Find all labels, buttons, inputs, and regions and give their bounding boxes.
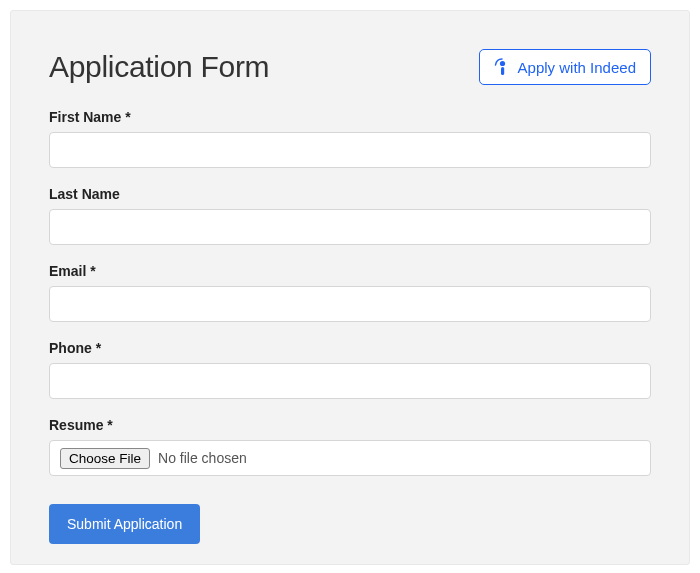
phone-group: Phone * [49,340,651,399]
email-input[interactable] [49,286,651,322]
choose-file-button[interactable]: Choose File [60,448,150,469]
resume-label: Resume * [49,417,651,433]
last-name-group: Last Name [49,186,651,245]
first-name-label: First Name * [49,109,651,125]
svg-point-0 [499,61,504,66]
email-group: Email * [49,263,651,322]
last-name-input[interactable] [49,209,651,245]
apply-with-indeed-button[interactable]: Apply with Indeed [479,49,651,85]
phone-label: Phone * [49,340,651,356]
file-status-text: No file chosen [158,450,247,466]
last-name-label: Last Name [49,186,651,202]
phone-input[interactable] [49,363,651,399]
first-name-input[interactable] [49,132,651,168]
resume-group: Resume * Choose File No file chosen [49,417,651,476]
apply-with-indeed-label: Apply with Indeed [518,59,636,76]
resume-file-input[interactable]: Choose File No file chosen [49,440,651,476]
svg-rect-1 [501,67,504,75]
form-panel: Application Form Apply with Indeed First… [10,10,690,565]
email-label: Email * [49,263,651,279]
submit-application-button[interactable]: Submit Application [49,504,200,544]
header-row: Application Form Apply with Indeed [49,49,651,85]
first-name-group: First Name * [49,109,651,168]
indeed-icon [494,58,510,76]
page-title: Application Form [49,50,269,84]
